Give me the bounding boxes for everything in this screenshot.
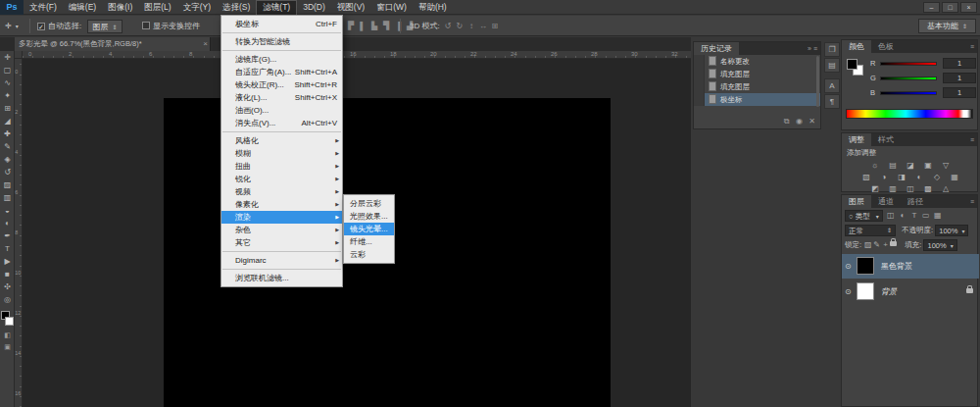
close-button[interactable]: × (960, 2, 977, 13)
brightness-contrast-icon[interactable]: ☼ (867, 160, 883, 171)
layer-visibility-eye-icon[interactable]: ⊙ (845, 287, 852, 296)
tab-close-icon[interactable]: × (203, 37, 208, 51)
layer-thumbnail[interactable] (857, 282, 874, 300)
threshold-icon[interactable]: ◫ (903, 183, 918, 194)
channel-slider[interactable] (880, 91, 937, 95)
hand-tool[interactable]: ✣ (0, 280, 15, 293)
filter-menu-item-14[interactable]: 锐化▶ (221, 173, 342, 185)
history-source-well[interactable] (694, 55, 705, 68)
filter-pixel-layers-icon[interactable]: ◫ (885, 209, 897, 223)
layer-row-0[interactable]: ⊙黑色背景 (842, 254, 979, 279)
lock-position-icon[interactable]: + (881, 238, 890, 252)
eraser-tool[interactable]: ▨ (0, 178, 15, 191)
filter-shape-layers-icon[interactable]: ▭ (920, 209, 932, 223)
align-top-icon[interactable]: ▜ (380, 16, 392, 36)
blur-tool[interactable]: ◒ (0, 204, 15, 217)
filter-menu-item-16[interactable]: 像素化▶ (221, 198, 342, 211)
layer-row-1[interactable]: ⊙背景 (842, 280, 979, 304)
3d-drag-icon[interactable]: ↕ (466, 16, 477, 36)
tab-history[interactable]: 历史记录 (694, 42, 739, 55)
layer-thumbnail[interactable] (857, 257, 874, 275)
auto-select-checkbox[interactable]: ✓ (37, 23, 45, 30)
clone-source-panel-icon[interactable]: ❐ (824, 42, 840, 57)
panel-menu-icon[interactable]: ≡ (970, 195, 974, 208)
align-left-icon[interactable]: ▛ (345, 16, 357, 36)
history-source-well[interactable] (694, 93, 705, 106)
history-source-well[interactable] (694, 80, 705, 93)
tab-路径[interactable]: 路径 (901, 195, 930, 208)
exposure-icon[interactable]: ▣ (920, 160, 936, 171)
history-state-1[interactable]: 填充图层 (694, 68, 820, 80)
filter-menu-item-2[interactable]: 转换为智能滤镜 (221, 35, 342, 48)
channel-slider[interactable] (880, 76, 937, 80)
filter-menu-item-4[interactable]: 滤镜库(G)... (221, 53, 342, 66)
maximize-button[interactable]: □ (942, 2, 958, 13)
channel-value[interactable]: 1 (943, 87, 976, 98)
foreground-color-swatch[interactable] (847, 59, 858, 70)
filter-adjustment-layers-icon[interactable]: ◐ (897, 209, 908, 223)
lock-transparent-icon[interactable]: ▨ (863, 238, 872, 252)
menu-选择(S)[interactable]: 选择(S) (217, 0, 256, 15)
channel-mixer-icon[interactable]: ◇ (929, 172, 945, 182)
clone-stamp-tool[interactable]: ◈ (0, 153, 15, 166)
history-state-0[interactable]: 名称更改 (694, 55, 820, 68)
menu-窗口(W)[interactable]: 窗口(W) (370, 0, 413, 15)
tab-通道[interactable]: 通道 (871, 195, 901, 208)
eyedropper-tool[interactable]: ◢ (0, 115, 15, 127)
crop-tool[interactable]: ⊞ (0, 102, 15, 115)
3d-roll-icon[interactable]: ↻ (454, 16, 466, 36)
filter-menu-item-8[interactable]: 油画(O)... (221, 104, 342, 117)
tab-样式[interactable]: 样式 (871, 133, 901, 146)
filter-menu-item-6[interactable]: 镜头校正(R)...Shift+Ctrl+R (221, 78, 342, 91)
auto-select-dropdown[interactable]: 图层⇕ (87, 20, 122, 33)
align-right-icon[interactable]: ▙ (368, 16, 380, 36)
panel-menu-icon[interactable]: ≡ (813, 45, 817, 52)
render-submenu-item-4[interactable]: 云彩 (344, 248, 394, 261)
filter-menu-item-23[interactable]: 浏览联机滤镜... (221, 272, 342, 284)
photo-filter-icon[interactable]: ◐ (911, 172, 927, 182)
render-submenu-item-1[interactable]: 光照效果... (344, 210, 394, 223)
tab-调整[interactable]: 调整 (842, 133, 871, 146)
history-source-well[interactable] (694, 68, 705, 80)
filter-type-layers-icon[interactable]: T (908, 209, 920, 223)
minimize-button[interactable]: – (923, 2, 940, 13)
menu-文字(Y)[interactable]: 文字(Y) (177, 0, 217, 15)
tab-色板[interactable]: 色板 (871, 40, 901, 53)
filter-menu-item-11[interactable]: 风格化▶ (221, 134, 342, 147)
history-brush-tool[interactable]: ↺ (0, 166, 15, 178)
menu-视图(V)[interactable]: 视图(V) (331, 0, 370, 15)
tab-颜色[interactable]: 颜色 (842, 40, 871, 53)
workspace-switcher[interactable]: 基本功能⇕ (918, 19, 976, 33)
filter-menu-item-12[interactable]: 模糊▶ (221, 147, 342, 160)
channel-slider[interactable] (880, 62, 937, 66)
menu-图层(L)[interactable]: 图层(L) (138, 0, 176, 15)
filter-menu-item-21[interactable]: Digimarc▶ (221, 254, 342, 267)
align-middle-icon[interactable]: ▐ (392, 16, 404, 36)
paragraph-panel-icon[interactable]: ¶ (824, 94, 840, 109)
lasso-tool[interactable]: ∿ (0, 76, 15, 89)
pen-tool[interactable]: ✒ (0, 229, 15, 242)
current-tool-icon[interactable]: ✛▾ (5, 16, 19, 36)
curves-icon[interactable]: ◪ (903, 160, 918, 171)
gradient-map-icon[interactable]: ▩ (920, 183, 936, 194)
layer-visibility-eye-icon[interactable]: ⊙ (845, 262, 852, 271)
align-center-icon[interactable]: ▌ (357, 16, 368, 36)
tab-图层[interactable]: 图层 (842, 195, 871, 208)
filter-menu-item-9[interactable]: 消失点(V)...Alt+Ctrl+V (221, 117, 342, 129)
channel-value[interactable]: 1 (943, 73, 976, 83)
color-spectrum-ramp[interactable] (846, 109, 973, 119)
layer-filter-kind-dropdown[interactable]: ○ 类型 ▾ (845, 210, 883, 222)
lock-all-icon[interactable] (890, 241, 897, 246)
filter-menu-item-19[interactable]: 其它▶ (221, 236, 342, 249)
vertical-ruler[interactable]: 0246810121416 (15, 59, 23, 407)
show-transform-checkbox[interactable] (142, 22, 150, 29)
filter-menu-item-18[interactable]: 杂色▶ (221, 224, 342, 236)
history-state-3[interactable]: 极坐标 (694, 93, 820, 106)
lock-pixels-icon[interactable]: ✎ (872, 238, 881, 252)
opacity-input[interactable]: 100%▾ (935, 225, 968, 236)
menu-滤镜(T)[interactable]: 滤镜(T) (256, 0, 297, 15)
levels-icon[interactable]: ▤ (885, 160, 901, 171)
filter-menu-item-7[interactable]: 液化(L)...Shift+Ctrl+X (221, 91, 342, 104)
zoom-tool[interactable]: ◎ (0, 293, 15, 306)
3d-scale-icon[interactable]: ⊞ (489, 16, 501, 36)
